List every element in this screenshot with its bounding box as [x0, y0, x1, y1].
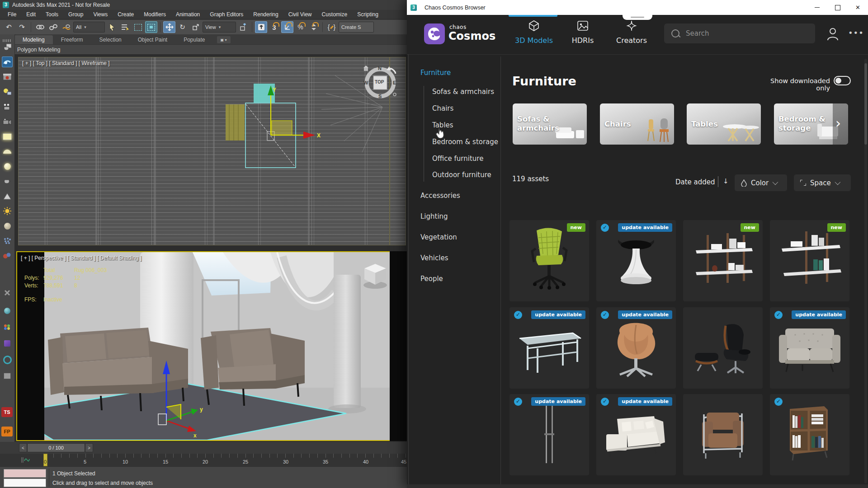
menu-group[interactable]: Group: [63, 10, 88, 19]
menu-edit[interactable]: Edit: [21, 10, 41, 19]
menu-views[interactable]: Views: [88, 10, 113, 19]
viewcube-west[interactable]: W: [363, 80, 368, 85]
frame-indicator[interactable]: 0 / 100: [27, 443, 85, 452]
track-bar[interactable]: 0 5 10 15 20 25 30 35 40 45: [0, 454, 407, 466]
viewcube-north[interactable]: N: [378, 66, 382, 71]
menu-modifiers[interactable]: Modifiers: [139, 10, 171, 19]
search-input[interactable]: [685, 29, 795, 38]
sidebar-item-office-furniture[interactable]: Office furniture: [432, 155, 483, 163]
ribbon-tab-object-paint[interactable]: Object Paint: [130, 35, 175, 44]
select-by-name-icon[interactable]: [119, 21, 131, 33]
select-and-move-icon[interactable]: [163, 21, 175, 33]
category-card-sofas[interactable]: Sofas & armchairs: [513, 103, 587, 145]
sidebar-item-lighting[interactable]: Lighting: [420, 212, 448, 221]
sphere-light-icon[interactable]: [2, 161, 13, 172]
particles-icon[interactable]: [2, 235, 13, 246]
sidebar-item-furniture[interactable]: Furniture: [420, 69, 451, 77]
ribbon-tab-populate[interactable]: Populate: [175, 35, 213, 44]
tab-creators[interactable]: Creators: [607, 20, 656, 45]
purple-square-icon[interactable]: [2, 338, 13, 349]
sort-direction-icon[interactable]: [723, 177, 729, 185]
sidebar-item-vehicles[interactable]: Vehicles: [420, 254, 448, 262]
menu-create[interactable]: Create: [113, 10, 139, 19]
color-dots-icon[interactable]: [2, 322, 13, 333]
cosmos-titlebar[interactable]: 3 Chaos Cosmos Browser: [407, 0, 868, 15]
ribbon-tab-selection[interactable]: Selection: [91, 35, 129, 44]
menu-rendering[interactable]: Rendering: [248, 10, 283, 19]
product-card-bookshelf[interactable]: [770, 394, 849, 475]
close-icon[interactable]: [848, 0, 868, 15]
camera-list-icon[interactable]: [2, 101, 13, 112]
tab-3d-models[interactable]: 3D Models: [509, 20, 559, 45]
cone-icon[interactable]: [2, 191, 13, 202]
window-pull-tab[interactable]: [623, 15, 652, 20]
mini-listener-pink[interactable]: [4, 469, 46, 478]
teal-sphere-icon[interactable]: [2, 305, 13, 316]
percent-snap-icon[interactable]: %: [294, 21, 307, 33]
sidebar-item-vegetation[interactable]: Vegetation: [420, 233, 457, 241]
polygon-modeling-panel[interactable]: Polygon Modeling: [0, 44, 407, 54]
space-filter-button[interactable]: Space: [794, 174, 851, 191]
sidebar-item-chairs[interactable]: Chairs: [432, 104, 453, 113]
product-card-cube-armchair[interactable]: [683, 394, 763, 475]
category-card-tables[interactable]: Tables: [687, 103, 761, 145]
tab-hdris[interactable]: HDRIs: [558, 20, 608, 45]
use-pivot-point-icon[interactable]: [237, 21, 249, 33]
menu-civil-view[interactable]: Civil View: [283, 10, 317, 19]
sun-icon[interactable]: [2, 206, 13, 216]
rectangular-selection-region-icon[interactable]: [132, 21, 144, 33]
sidebar-item-sofas-armchairs[interactable]: Sofas & armchairs: [432, 88, 494, 96]
product-card-lounge-chair[interactable]: [683, 307, 763, 389]
teapot-icon[interactable]: [2, 176, 13, 187]
spheres-pair-icon[interactable]: [2, 250, 13, 261]
user-icon[interactable]: [826, 27, 839, 41]
angle-snap-icon[interactable]: [281, 21, 293, 33]
menu-customize[interactable]: Customize: [317, 10, 353, 19]
gray-box-icon[interactable]: [2, 371, 13, 381]
render-window-icon[interactable]: [2, 71, 13, 82]
reference-coordinate-dropdown[interactable]: View▾: [203, 22, 236, 33]
chaos-cosmos-logo[interactable]: [424, 23, 445, 44]
ribbon-tab-modeling[interactable]: Modeling: [14, 35, 53, 44]
sidebar-item-people[interactable]: People: [420, 275, 443, 283]
product-card-office-chair[interactable]: new: [509, 220, 589, 301]
teapot-layers-icon[interactable]: [2, 42, 13, 52]
select-and-manipulate-icon[interactable]: [255, 21, 267, 33]
redo-icon[interactable]: ↷: [16, 21, 28, 33]
select-and-scale-icon[interactable]: [189, 21, 202, 33]
viewcube-top-face[interactable]: TOP: [375, 80, 384, 84]
ts-plugin-icon[interactable]: TS: [1, 407, 13, 417]
viewcube[interactable]: N E S W TOP: [363, 66, 397, 100]
scrollbar[interactable]: [864, 59, 867, 483]
fp-plugin-icon[interactable]: FP: [1, 427, 13, 436]
product-card-floor-lamp[interactable]: update available: [509, 394, 589, 475]
menu-scripting[interactable]: Scripting: [352, 10, 383, 19]
viewport-perspective-label[interactable]: [ + ] [ Perspective ] [ Standard ] [ Def…: [21, 255, 142, 261]
select-and-rotate-icon[interactable]: ↻: [176, 21, 189, 33]
menu-file[interactable]: File: [3, 10, 21, 19]
selection-filter-dropdown[interactable]: All▾: [73, 22, 105, 33]
menu-tools[interactable]: Tools: [41, 10, 63, 19]
menu-graph-editors[interactable]: Graph Editors: [205, 10, 248, 19]
window-crossing-icon[interactable]: [145, 21, 157, 33]
arc-swirl-icon[interactable]: [2, 56, 13, 67]
create-selection-set-button[interactable]: Create S: [339, 22, 374, 33]
teal-circle-icon[interactable]: [2, 354, 13, 365]
bind-to-space-warp-icon[interactable]: [60, 21, 72, 33]
viewcube-south[interactable]: S: [378, 94, 382, 99]
categories-next-chevron-icon[interactable]: ›: [835, 117, 841, 130]
product-card-wall-shelf[interactable]: new: [683, 220, 763, 301]
pliers-icon[interactable]: [2, 287, 13, 298]
ellipsis-icon[interactable]: •••: [848, 28, 864, 38]
next-frame-button[interactable]: >: [85, 443, 93, 452]
dome-light-icon[interactable]: [2, 146, 13, 157]
sidebar-item-accessories[interactable]: Accessories: [420, 192, 460, 200]
ribbon-tab-freeform[interactable]: Freeform: [53, 35, 91, 44]
menu-animation[interactable]: Animation: [171, 10, 205, 19]
link-icon[interactable]: [34, 21, 46, 33]
viewport-top-label[interactable]: [ + ] [ Top ] [ Standard ] [ Wireframe ]: [22, 60, 110, 66]
product-card-wall-shelf-2[interactable]: new: [770, 220, 849, 301]
snap-3d-icon[interactable]: 3: [268, 21, 280, 33]
color-filter-button[interactable]: Color: [735, 174, 787, 191]
maximize-icon[interactable]: [827, 0, 848, 15]
